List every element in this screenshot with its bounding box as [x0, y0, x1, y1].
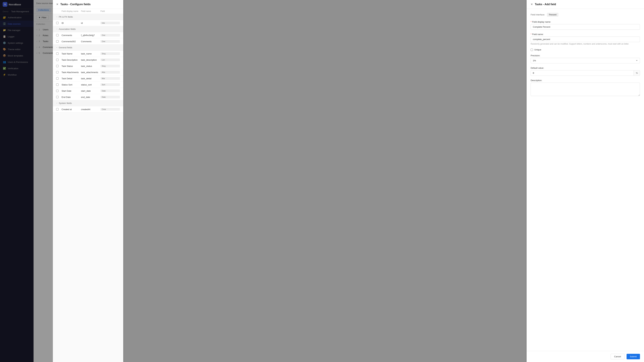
- field-checkbox[interactable]: [56, 59, 58, 61]
- field-name: start_date: [81, 90, 100, 92]
- field-display-name: Created at: [62, 108, 81, 111]
- label-text-4: Default value:: [531, 67, 544, 69]
- collapse-icon[interactable]: −: [56, 102, 58, 104]
- default-value-input[interactable]: [531, 70, 634, 76]
- field-display-name: ID: [62, 22, 81, 24]
- configure-dialog-header: ✕ Tasks - Configure fields: [53, 0, 123, 9]
- field-display-name: Comments002: [62, 40, 81, 43]
- field-name: task_description: [81, 59, 100, 61]
- configure-close-button[interactable]: ✕: [56, 3, 58, 6]
- default-value-suffix: %: [634, 70, 640, 76]
- field-type-badge: Crea: [100, 108, 120, 111]
- default-value-group: Default value: %: [531, 67, 640, 76]
- table-row: Created at createdAt Crea: [53, 106, 123, 112]
- field-name: task_attachments: [81, 71, 100, 73]
- section-label: General fields: [59, 46, 72, 49]
- field-display-name-group: * Field display name:: [531, 21, 640, 30]
- field-type-badge: Lon: [100, 58, 120, 61]
- field-name: Comments: [81, 40, 100, 43]
- section-row: − System fields: [53, 100, 123, 106]
- field-name-input[interactable]: [531, 36, 640, 42]
- table-row: Status Sort status_sort Sort: [53, 82, 123, 88]
- fields-table-header: Field display name Field name Field: [53, 9, 123, 14]
- field-display-name: Task Description: [62, 59, 81, 61]
- table-row: End Date end_date Date: [53, 94, 123, 100]
- field-name: end_date: [81, 96, 100, 98]
- configure-dialog-title: Tasks - Configure fields: [60, 3, 90, 6]
- field-checkbox[interactable]: [56, 77, 58, 80]
- field-type-badge: Date: [100, 89, 120, 92]
- field-type-badge: Sing: [100, 65, 120, 67]
- field-type-badge: One: [100, 34, 120, 36]
- cancel-button[interactable]: Cancel: [611, 354, 624, 359]
- unique-checkbox[interactable]: [531, 49, 533, 51]
- field-checkbox[interactable]: [56, 65, 58, 67]
- unique-checkbox-row: Unique: [531, 48, 640, 51]
- field-name: task_name: [81, 52, 100, 55]
- section-label: Association fields: [59, 28, 76, 30]
- field-name: task_detial: [81, 77, 100, 80]
- table-row: Task Detial task_detial Mar: [53, 75, 123, 82]
- field-display-name: Start Date: [62, 90, 81, 92]
- field-name-group: * Field name: Randomly generated and can…: [531, 33, 640, 45]
- section-row: − PK & FK fields: [53, 14, 123, 20]
- field-name-label: * Field name:: [531, 33, 640, 35]
- add-field-close-button[interactable]: ✕: [531, 3, 533, 6]
- table-row: Task Attachments task_attachments Atta: [53, 69, 123, 75]
- field-display-name: Task Name: [62, 52, 81, 55]
- configure-fields-dialog: ✕ Tasks - Configure fields Field display…: [53, 0, 123, 362]
- interface-badge[interactable]: Percent: [547, 13, 558, 16]
- field-checkbox[interactable]: [56, 90, 58, 92]
- field-checkbox[interactable]: [56, 22, 58, 24]
- add-field-footer: Cancel Submit: [526, 351, 644, 362]
- header-display-name: Field display name: [62, 10, 81, 12]
- field-display-name: Comments: [62, 34, 81, 36]
- field-type-badge: Sort: [100, 83, 120, 86]
- table-row: Task Description task_description Lon: [53, 57, 123, 63]
- precision-label: Precision:: [531, 54, 640, 57]
- collapse-icon[interactable]: −: [56, 28, 58, 30]
- field-name: createdAt: [81, 108, 100, 111]
- section-row: − Association fields: [53, 26, 123, 32]
- field-checkbox[interactable]: [56, 34, 58, 36]
- fields-sections: − PK & FK fields ID id Inte− Association…: [53, 14, 123, 112]
- field-checkbox[interactable]: [56, 96, 58, 98]
- field-checkbox[interactable]: [56, 40, 58, 42]
- table-row: Comments f_q64fvc9ofg7 One: [53, 32, 123, 38]
- field-checkbox[interactable]: [56, 83, 58, 86]
- section-row: − General fields: [53, 44, 123, 51]
- field-type-badge: Sing: [100, 52, 120, 55]
- default-value-row: %: [531, 70, 640, 76]
- add-field-title: Tasks - Add field: [535, 3, 556, 6]
- field-type-badge: Date: [100, 96, 120, 98]
- add-field-body: Field interface: Percent * Field display…: [526, 9, 644, 351]
- field-checkbox[interactable]: [56, 52, 58, 55]
- field-display-name: Task Status: [62, 65, 81, 67]
- add-field-header: ✕ Tasks - Add field: [526, 0, 644, 9]
- field-type-badge: One: [100, 40, 120, 43]
- header-checkbox-col: [56, 10, 62, 12]
- field-name-hint: Randomly generated and can be modified. …: [531, 43, 640, 45]
- description-group: Description:: [531, 79, 640, 96]
- field-name: f_q64fvc9ofg7: [81, 34, 100, 36]
- collapse-icon[interactable]: −: [56, 15, 58, 18]
- table-row: Task Name task_name Sing: [53, 51, 123, 57]
- precision-select[interactable]: 1% 0.1% 0.01% 0.001%: [531, 58, 640, 63]
- description-label: Description:: [531, 79, 640, 82]
- collapse-icon[interactable]: −: [56, 46, 58, 49]
- field-display-name-input[interactable]: [531, 24, 640, 30]
- field-name: id: [81, 22, 100, 24]
- section-label: System fields: [59, 102, 72, 104]
- field-interface-label: Field interface:: [531, 13, 545, 16]
- submit-button[interactable]: Submit: [626, 354, 640, 359]
- default-value-label: Default value:: [531, 67, 640, 69]
- field-checkbox[interactable]: [56, 108, 58, 110]
- section-label: PK & FK fields: [59, 15, 73, 18]
- field-checkbox[interactable]: [56, 71, 58, 73]
- required-star-2: *: [531, 33, 532, 35]
- description-textarea[interactable]: [531, 83, 640, 96]
- table-row: ID id Inte: [53, 20, 123, 26]
- label-text-3: Precision:: [531, 54, 540, 57]
- header-field-type: Field: [100, 10, 120, 12]
- fields-table: Field display name Field name Field − PK…: [53, 9, 123, 362]
